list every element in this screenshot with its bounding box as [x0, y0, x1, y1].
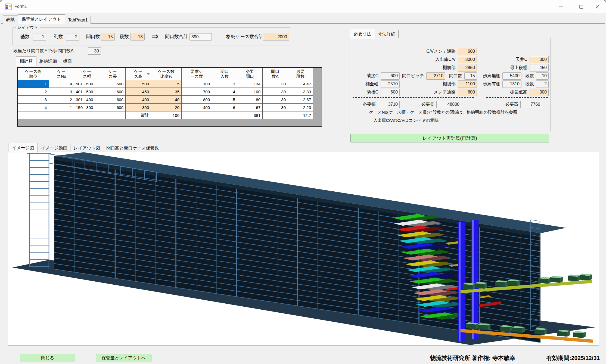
table-cell[interactable]: 301 - 400	[74, 96, 100, 104]
tab-image-video[interactable]: イメージ動画	[38, 144, 70, 152]
table-cell[interactable]: 100	[151, 111, 182, 119]
column-header[interactable]: ケース高 順位	[18, 68, 49, 80]
table-cell[interactable]: 3	[49, 88, 74, 96]
tab-image-view[interactable]: イメージ図	[8, 143, 38, 153]
tab-required-dims[interactable]: 必要寸法	[350, 29, 375, 39]
table-cell[interactable]	[182, 111, 212, 119]
table-cell[interactable]: 30	[263, 88, 288, 96]
column-header[interactable]: ケー スNo	[49, 68, 74, 80]
tab-storage-detail[interactable]: 格納詳細	[36, 57, 60, 66]
table-cell[interactable]: 12.7	[288, 111, 313, 119]
table-cell[interactable]: 450	[126, 88, 151, 96]
table-cell[interactable]: 2	[49, 96, 74, 104]
recalc-layout-button[interactable]: レイアウト再計算(再計算)	[350, 134, 549, 142]
table-cell[interactable]: 134	[237, 80, 263, 88]
table-cell[interactable]: 600	[100, 96, 126, 104]
table-cell[interactable]: 800	[182, 96, 212, 104]
table-cell[interactable]: 3	[18, 96, 49, 104]
tab-storage-layout[interactable]: 保管量とレイアウト	[18, 14, 65, 24]
table-cell[interactable]	[74, 111, 100, 119]
table-cell[interactable]: 4	[49, 80, 74, 88]
table-cell[interactable]: 501 - 600	[74, 80, 100, 88]
column-header[interactable]: ケー ス長	[100, 68, 126, 80]
required-width-field[interactable]: 3710	[378, 101, 400, 108]
table-cell[interactable]: 6	[212, 104, 237, 111]
dim-value-field[interactable]: 450	[530, 64, 549, 71]
table-cell[interactable]: 381	[237, 111, 263, 119]
column-header[interactable]: 要求ケ ース数	[182, 68, 212, 80]
table-cell[interactable]: 4.47	[288, 80, 313, 88]
tab-layout-view[interactable]: レイアウト図	[70, 144, 103, 152]
dim-value-field[interactable]: 2850	[458, 64, 477, 71]
dim-value-field[interactable]: 2510	[381, 80, 400, 88]
table-cell[interactable]	[49, 111, 74, 119]
table-cell[interactable]: 400	[182, 104, 212, 111]
column-header[interactable]: 必要 間口	[237, 68, 263, 80]
required-length-field[interactable]: 48800	[436, 101, 461, 108]
goto-storage-layout-button[interactable]: 保管量とレイアウトへ	[96, 354, 151, 362]
table-cell[interactable]: 100	[182, 80, 212, 88]
dim-value-field[interactable]: 1100	[458, 80, 477, 88]
table-cell[interactable]	[100, 111, 126, 119]
column-header[interactable]: 必要 段数	[288, 68, 313, 80]
table-cell[interactable]: 35	[151, 88, 182, 96]
table-cell[interactable]: 5	[151, 80, 182, 88]
tab-opening-height[interactable]: 間口高と間口ケース保管数	[103, 144, 162, 152]
dim-value-field[interactable]: 300	[530, 89, 549, 96]
table-cell[interactable]: 30	[263, 80, 288, 88]
total-cases-field[interactable]: 2000	[263, 33, 289, 41]
table-cell[interactable]: 400	[126, 96, 151, 104]
dim-value-field[interactable]: 3000	[458, 56, 477, 63]
table-cell[interactable]: 2	[18, 88, 49, 96]
table-cell[interactable]: 縦計	[126, 111, 151, 119]
dim-value-field[interactable]: 600	[458, 48, 477, 55]
table-cell[interactable]: 401 - 500	[74, 88, 100, 96]
table-cell[interactable]: 600	[100, 88, 126, 96]
table-cell[interactable]	[18, 111, 49, 119]
table-cell[interactable]: 500	[126, 80, 151, 88]
table-cell[interactable]: 30	[263, 96, 288, 104]
table-cell[interactable]: 5	[212, 96, 237, 104]
table-cell[interactable]: 700	[182, 88, 212, 96]
column-header[interactable]: ケー ス高	[126, 68, 151, 80]
tab-shelf-height[interactable]: 棚高	[60, 57, 75, 66]
table-cell[interactable]	[263, 111, 288, 119]
opening-count-field[interactable]: 15	[101, 33, 115, 41]
dim-value-field[interactable]: 600	[381, 72, 400, 80]
level-count-field[interactable]: 13	[130, 33, 145, 41]
dim-value-field[interactable]: 1310	[502, 80, 521, 88]
column-header[interactable]: ケース数 比率%	[151, 68, 182, 80]
tab-tabpage1[interactable]: TabPage1	[65, 16, 91, 24]
total-openings-field[interactable]: 390	[189, 33, 212, 41]
table-cell[interactable]: 40	[151, 96, 182, 104]
table-cell[interactable]: 100	[237, 88, 263, 96]
dim-value-field[interactable]: 2710	[426, 72, 445, 80]
table-cell[interactable]: 600	[100, 80, 126, 88]
table-cell[interactable]: 300	[126, 104, 151, 111]
table-cell[interactable]: 4	[212, 88, 237, 96]
dim-value-field[interactable]: 600	[458, 89, 477, 96]
table-cell[interactable]: 20	[151, 104, 182, 111]
table-cell[interactable]: 80	[237, 96, 263, 104]
table-cell[interactable]: 3	[212, 80, 237, 88]
column-header[interactable]: 間口 入数	[212, 68, 237, 80]
table-cell[interactable]: 150 - 300	[74, 104, 100, 111]
dim-value-field[interactable]: 300	[530, 56, 549, 63]
dim-extra-field[interactable]: 10	[536, 72, 549, 80]
table-cell[interactable]: 2.23	[288, 104, 313, 111]
table-cell[interactable]: 1	[18, 80, 49, 88]
close-button[interactable]	[588, 0, 606, 13]
title-bar[interactable]: Form1	[0, 0, 606, 13]
table-cell[interactable]: 1	[49, 104, 74, 111]
table-cell[interactable]: 2.67	[288, 96, 313, 104]
close-form-button[interactable]: 閉じる	[20, 354, 75, 362]
column-header[interactable]: ケー ス幅	[74, 68, 100, 80]
table-cell[interactable]: 67	[237, 104, 263, 111]
tab-shelf-calc[interactable]: 棚計算	[16, 56, 36, 66]
row-count-field[interactable]: 2	[66, 33, 79, 41]
table-cell[interactable]: 30	[263, 104, 288, 111]
per-level-openings-field[interactable]: 30	[88, 47, 101, 55]
base-count-field[interactable]: 1	[33, 33, 46, 41]
dim-extra-field[interactable]: 2	[536, 80, 549, 88]
column-header[interactable]: 間口 数A	[263, 68, 288, 80]
